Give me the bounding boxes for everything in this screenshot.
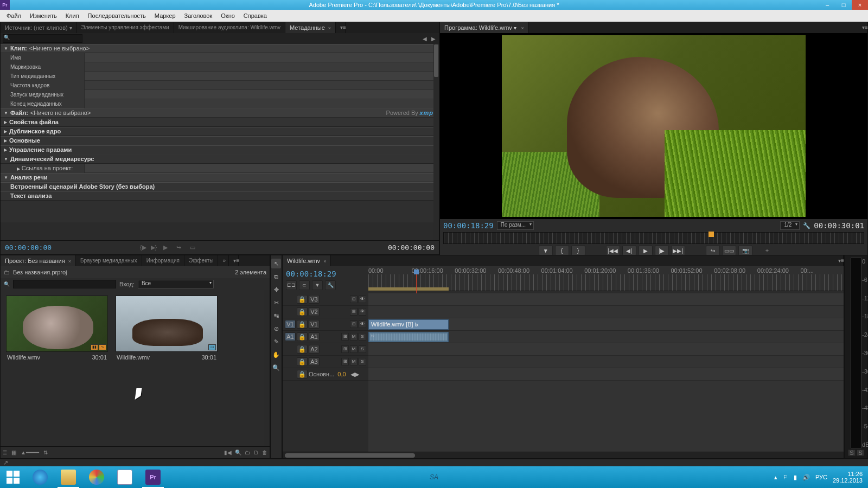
prop-mediaend-value[interactable] bbox=[85, 99, 439, 108]
metadata-search-input[interactable] bbox=[3, 34, 82, 43]
play-button[interactable]: ▶ bbox=[161, 244, 170, 251]
source-patch-a1[interactable]: A1 bbox=[285, 332, 296, 341]
lock-icon[interactable]: 🔒 bbox=[297, 357, 308, 366]
menu-title[interactable]: Заголовок bbox=[180, 10, 217, 22]
twirl-icon[interactable]: ▼ bbox=[4, 44, 8, 53]
track-button[interactable]: V3 bbox=[309, 295, 320, 304]
track-button[interactable]: V1 bbox=[309, 320, 320, 329]
source-patch-v1[interactable]: V1 bbox=[285, 320, 296, 329]
solo-button[interactable]: S bbox=[359, 345, 366, 353]
basic-section[interactable]: Основные bbox=[9, 136, 40, 145]
lift-button[interactable]: ↪ bbox=[706, 245, 720, 256]
step-back-button[interactable]: ◀| bbox=[622, 245, 636, 256]
zoom-slider[interactable]: ▲━━━━ bbox=[21, 450, 39, 455]
menu-window[interactable]: Окно bbox=[216, 10, 239, 22]
menu-sequence[interactable]: Последовательность bbox=[84, 10, 150, 22]
menu-help[interactable]: Справка bbox=[239, 10, 271, 22]
overwrite-button[interactable]: ▭ bbox=[188, 244, 197, 251]
lock-icon[interactable]: 🔒 bbox=[297, 295, 308, 304]
solo-left-button[interactable]: S bbox=[848, 450, 856, 456]
menu-marker[interactable]: Маркер bbox=[150, 10, 180, 22]
mark-out-button[interactable]: } bbox=[571, 245, 585, 256]
tray-up-icon[interactable]: ▴ bbox=[774, 474, 777, 481]
tab-effects[interactable]: Эффекты bbox=[184, 255, 218, 266]
track-select-tool[interactable]: ⧉ bbox=[271, 272, 281, 281]
selection-tool[interactable]: ↖ bbox=[271, 259, 281, 268]
track-button[interactable]: A1 bbox=[309, 332, 320, 341]
minimize-button[interactable]: – bbox=[819, 0, 835, 10]
taskbar-app1[interactable] bbox=[82, 466, 111, 488]
mark-in-button[interactable]: { bbox=[555, 245, 569, 256]
hand-tool[interactable]: ✋ bbox=[271, 350, 281, 359]
scrollbar[interactable] bbox=[433, 44, 439, 240]
panel-menu-button[interactable]: ▾≡ bbox=[336, 22, 346, 33]
tab-metadata[interactable]: Метаданные× bbox=[285, 22, 336, 33]
tray-network-icon[interactable]: ▮ bbox=[794, 474, 797, 481]
linked-selection-button[interactable]: ⊂ bbox=[299, 280, 310, 290]
project-clip[interactable]: ▮▮∿ Wildlife.wmv30:01 bbox=[6, 296, 108, 363]
delete-button[interactable]: 🗑 bbox=[262, 450, 267, 455]
extract-button[interactable]: ▭▭ bbox=[722, 245, 736, 256]
start-button[interactable] bbox=[0, 466, 26, 488]
work-area-bar[interactable] bbox=[368, 287, 449, 291]
rate-stretch-tool[interactable]: ⊘ bbox=[271, 324, 281, 333]
add-marker-button[interactable]: ▼ bbox=[539, 245, 553, 256]
sync-lock-icon[interactable]: ⊞ bbox=[350, 320, 358, 328]
zoom-dropdown[interactable]: 1/2 bbox=[780, 221, 800, 230]
solo-button[interactable]: S bbox=[359, 333, 366, 341]
snap-button[interactable]: ⊏⊐ bbox=[286, 280, 297, 290]
close-icon[interactable]: × bbox=[323, 259, 326, 264]
new-bin-button[interactable]: 🗀 bbox=[245, 450, 250, 455]
lock-icon[interactable]: 🔒 bbox=[297, 345, 308, 354]
program-scrubber[interactable] bbox=[443, 232, 864, 244]
panel-menu-button[interactable]: ▾≡ bbox=[834, 255, 844, 266]
prev-result-button[interactable]: ◀ bbox=[422, 36, 428, 42]
prop-mediastart-value[interactable] bbox=[85, 90, 439, 99]
menu-edit[interactable]: Изменить bbox=[25, 10, 61, 22]
timeline-timecode[interactable]: 00:00:18:29 bbox=[286, 269, 365, 278]
timeline-video-clip[interactable]: Wildlife.wmv [В] fx bbox=[368, 319, 449, 330]
track-button[interactable]: A2 bbox=[309, 345, 320, 354]
twirl-icon[interactable]: ▼ bbox=[4, 155, 8, 164]
timeline-ruler[interactable]: 00:0000:00:16:0000:00:32:0000:00:48:0000… bbox=[368, 266, 844, 291]
new-item-button[interactable]: 🗋 bbox=[253, 450, 259, 455]
list-view-button[interactable]: ≣ bbox=[3, 450, 7, 455]
sync-lock-icon[interactable]: ⊞ bbox=[350, 296, 358, 303]
lock-icon[interactable]: 🔒 bbox=[297, 320, 308, 329]
sync-lock-icon[interactable]: ⊞ bbox=[341, 358, 349, 365]
lock-icon[interactable]: 🔒 bbox=[297, 370, 308, 378]
dublin-core-section[interactable]: Дублинское ядро bbox=[9, 127, 61, 136]
timeline-track-area[interactable]: Wildlife.wmv [В] fx fx bbox=[368, 293, 844, 452]
add-marker-button[interactable]: ▼ bbox=[312, 280, 323, 290]
ripple-tool[interactable]: ✥ bbox=[271, 285, 281, 294]
project-ref-value[interactable] bbox=[85, 164, 439, 173]
set-out-button[interactable]: ▶} bbox=[151, 244, 157, 251]
timeline-settings-button[interactable]: 🔧 bbox=[325, 280, 336, 290]
playhead-icon[interactable] bbox=[709, 232, 714, 237]
sync-lock-icon[interactable]: ⊞ bbox=[341, 345, 349, 353]
tab-program[interactable]: Программа: Wildlife.wmv ▾ × bbox=[440, 22, 529, 33]
timeline-scrollbar[interactable] bbox=[283, 452, 844, 458]
sync-lock-icon[interactable]: ⊞ bbox=[341, 333, 349, 341]
tray-clock[interactable]: 11:26 29.12.2013 bbox=[833, 471, 863, 484]
eye-icon[interactable]: 👁 bbox=[359, 320, 366, 328]
taskbar-ie[interactable] bbox=[26, 466, 54, 488]
tab-source[interactable]: Источник: (нет клипов) ▾ bbox=[1, 22, 77, 33]
go-to-out-button[interactable]: ▶▶| bbox=[671, 245, 685, 256]
project-search-input[interactable] bbox=[13, 280, 116, 288]
tabs-overflow[interactable]: » bbox=[218, 255, 229, 266]
prop-label-value[interactable] bbox=[85, 62, 439, 72]
zoom-tool[interactable]: 🔍 bbox=[271, 363, 281, 373]
button-editor-button[interactable]: + bbox=[765, 247, 769, 254]
tray-language[interactable]: РУС bbox=[815, 474, 827, 480]
source-in-timecode[interactable]: 00:00:00:00 bbox=[5, 243, 52, 252]
maximize-button[interactable]: □ bbox=[835, 0, 852, 10]
scrollbar[interactable] bbox=[264, 290, 270, 446]
twirl-icon[interactable]: ▶ bbox=[4, 145, 7, 155]
solo-right-button[interactable]: S bbox=[857, 450, 864, 456]
filter-dropdown[interactable]: Все bbox=[138, 280, 214, 288]
taskbar-premiere[interactable]: Pr bbox=[139, 466, 167, 488]
keyframe-nav-icon[interactable]: ◀▶ bbox=[350, 371, 359, 378]
go-to-in-button[interactable]: |◀◀ bbox=[606, 245, 620, 256]
twirl-icon[interactable]: ▼ bbox=[4, 173, 8, 182]
